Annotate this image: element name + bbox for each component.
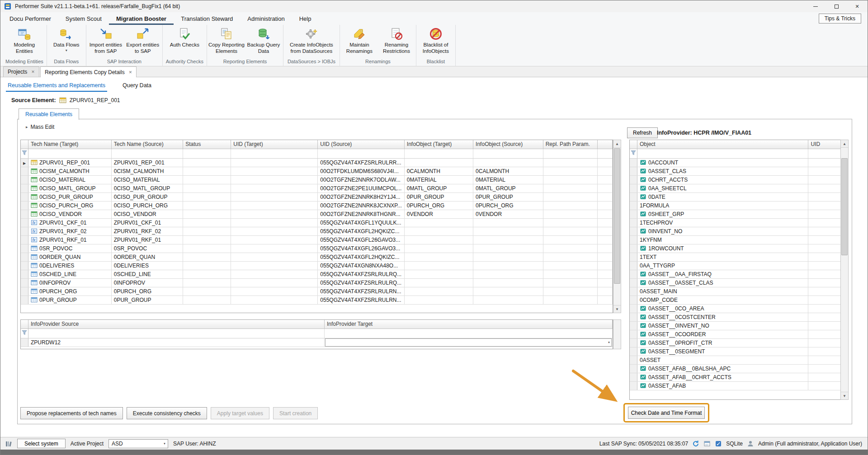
object-row[interactable]: 0COMP_CODE xyxy=(630,296,841,304)
elements-grid-scrollbar[interactable]: ▲ ▼ xyxy=(613,140,621,313)
filter-cell[interactable] xyxy=(111,149,183,158)
propose-replacements-of-tech-names-button[interactable]: Propose replacements of tech names xyxy=(20,407,123,419)
sync-icon[interactable] xyxy=(692,440,699,447)
element-row[interactable]: fxZPURV01_RKF_01ZPURV01_RKF_01055QGZV4AT… xyxy=(21,235,613,244)
column-header-infoobject-source[interactable]: InfoObject (Source) xyxy=(473,140,543,149)
object-row[interactable]: 0ASSET__0PROFIT_CTR xyxy=(630,338,841,347)
scroll-thumb[interactable] xyxy=(614,148,620,284)
object-row[interactable]: 0ASSET__0SEGMENT xyxy=(630,347,841,356)
object-row[interactable]: 0AA_SHEETCL xyxy=(630,184,841,192)
ribbon-button-modeling-entities[interactable]: Modeling Entities xyxy=(6,26,42,59)
object-row[interactable]: 0ASSET__0CO_AREA xyxy=(630,304,841,313)
object-row[interactable]: 0ASSET_AFAB__0CHRT_ACCTS xyxy=(630,373,841,381)
objects-grid-scrollbar[interactable]: ▲ ▼ xyxy=(840,140,849,400)
filter-cell[interactable] xyxy=(231,149,318,158)
infoprovider-target-combo[interactable]: ▼ xyxy=(325,338,612,347)
mass-edit-expander[interactable]: ▸ Mass Edit xyxy=(26,124,54,130)
object-row[interactable]: 0AA_TTYGRP xyxy=(630,261,841,270)
object-row[interactable]: 0ASSET_AFAB__0BALSHA_APC xyxy=(630,364,841,373)
column-header-tech-name-source[interactable]: Tech Name (Source) xyxy=(111,140,183,149)
object-row[interactable]: 1TEXT xyxy=(630,253,841,261)
element-row[interactable]: 0CISO_MATL_GROUP0CISO_MATL_GROUP00O2TGFZ… xyxy=(21,184,613,192)
element-row[interactable]: 0ORDER_QUAN0ORDER_QUAN055QGZV4AT4XGFL2HQ… xyxy=(21,253,613,261)
view-tab-reusable-elements-and-replacements[interactable]: Reusable Elements and Replacements xyxy=(6,80,107,92)
menu-item-help[interactable]: Help xyxy=(292,12,319,25)
filter-cell[interactable] xyxy=(324,328,612,338)
infoprovider-row[interactable]: ZPURDW12 ▼ xyxy=(21,338,613,347)
menu-item-migration-booster[interactable]: Migration Booster xyxy=(109,12,174,25)
menu-item-system-scout[interactable]: System Scout xyxy=(58,12,109,25)
object-row[interactable]: 0ASSET__0ASSET_CLAS xyxy=(630,278,841,287)
element-row[interactable]: 0CISO_MATERIAL0CISO_MATERIAL00O2TGFZNE2N… xyxy=(21,175,613,184)
view-tab-query-data[interactable]: Query Data xyxy=(121,80,153,92)
object-row[interactable]: 0ASSET_MAIN xyxy=(630,287,841,296)
filter-cell[interactable] xyxy=(473,149,543,158)
ribbon-button-backup-query-data[interactable]: Backup Query Data xyxy=(245,26,282,59)
document-tab-projects[interactable]: Projects✕ xyxy=(3,66,39,77)
ribbon-button-data-flows[interactable]: Data Flows▾ xyxy=(48,26,85,59)
scroll-up-icon[interactable]: ▲ xyxy=(841,140,848,148)
ribbon-button-auth-checks[interactable]: Auth Checks xyxy=(166,26,203,59)
element-row[interactable]: 0INFOPROV0INFOPROV055QGZV4AT4XFZSRLRULRQ… xyxy=(21,278,613,287)
object-row[interactable]: 0ASSET__0COORDER xyxy=(630,330,841,338)
element-row[interactable]: 0DELIVERIES0DELIVERIES055QGZV4AT4XGN8NXA… xyxy=(21,261,613,270)
filter-cell[interactable] xyxy=(28,149,112,158)
element-row[interactable]: fxZPURV01_CKF_01ZPURV01_CKF_01055QGZV4AT… xyxy=(21,218,613,227)
object-row[interactable]: 0INVENT_NO xyxy=(630,227,841,235)
ribbon-button-renaming-restrictions[interactable]: Renaming Restrictions xyxy=(378,26,415,59)
filter-cell[interactable] xyxy=(28,328,325,338)
ribbon-button-copy-reporting-elements[interactable]: Copy Reporting Elements xyxy=(208,26,245,59)
scroll-up-icon[interactable]: ▲ xyxy=(613,140,621,148)
refresh-button[interactable]: Refresh xyxy=(627,127,658,138)
document-tab-reporting-elements-copy-details[interactable]: Reporting Elements Copy Details✕ xyxy=(40,66,137,77)
filter-cell[interactable] xyxy=(404,149,473,158)
element-row[interactable]: 0PUR_GROUP0PUR_GROUP055QGZV4AT4XFZSRLRUL… xyxy=(21,296,613,304)
combo-dropdown-icon[interactable]: ▼ xyxy=(608,341,610,344)
object-row[interactable]: 0DATE xyxy=(630,192,841,201)
scroll-down-icon[interactable]: ▼ xyxy=(613,305,621,313)
column-header-object[interactable]: Object xyxy=(637,140,808,149)
database-window-icon[interactable] xyxy=(703,440,711,447)
ribbon-button-create-infoobjects-from-datasources[interactable]: Create InfoObjects from DataSources xyxy=(285,26,338,59)
element-row[interactable]: 0CISO_PUR_GROUP0CISO_PUR_GROUP00O2TGFZNE… xyxy=(21,192,613,201)
element-row[interactable]: 0SR_POVOC0SR_POVOC055QGZV4AT4XGFL26GAVO3… xyxy=(21,244,613,253)
object-row[interactable]: 0ASSET__0COSTCENTER xyxy=(630,313,841,321)
scroll-thumb[interactable] xyxy=(841,158,848,255)
column-header-tech-name-target[interactable]: Tech Name (Target) xyxy=(28,140,112,149)
object-row[interactable]: 0ASSET_AFAB xyxy=(630,381,841,390)
select-system-button[interactable]: Select system xyxy=(17,439,66,448)
element-row[interactable]: 0SCHED_LINE0SCHED_LINE055QGZV4AT4XFZSRLR… xyxy=(21,270,613,278)
object-row[interactable]: 0CHRT_ACCTS xyxy=(630,175,841,184)
active-project-combo[interactable]: ASD ▼ xyxy=(108,439,168,448)
minimize-button[interactable] xyxy=(805,0,826,12)
ribbon-button-export-entities-to-sap[interactable]: Export entities to SAP xyxy=(125,26,161,59)
object-row[interactable]: 1TECHPROV xyxy=(630,218,841,227)
element-row[interactable]: fxZPURV01_RKF_02ZPURV01_RKF_02055QGZV4AT… xyxy=(21,227,613,235)
element-row[interactable]: 0CISO_VENDOR0CISO_VENDOR00O2TGFZNE2NNRK8… xyxy=(21,210,613,218)
menu-item-translation-steward[interactable]: Translation Steward xyxy=(174,12,240,25)
column-header-infoobject-target[interactable]: InfoObject (Target) xyxy=(404,140,473,149)
object-row[interactable]: 1KYFNM xyxy=(630,235,841,244)
ribbon-button-import-entities-from-sap[interactable]: Import entities from SAP xyxy=(88,26,124,59)
close-tab-icon[interactable]: ✕ xyxy=(129,70,132,75)
filter-cell[interactable] xyxy=(808,149,841,158)
object-row[interactable]: 0ASSET__0AA_FIRSTAQ xyxy=(630,270,841,278)
check-date-time-format-button[interactable]: Check Date and Time Format xyxy=(628,407,705,419)
menu-item-administration[interactable]: Administration xyxy=(240,12,292,25)
filter-cell[interactable] xyxy=(543,149,598,158)
column-header-uid[interactable]: UID xyxy=(808,140,841,149)
scroll-down-icon[interactable]: ▼ xyxy=(841,392,848,399)
filter-cell[interactable] xyxy=(637,149,808,158)
menu-item-docu-performer[interactable]: Docu Performer xyxy=(2,12,58,25)
filter-cell[interactable] xyxy=(318,149,405,158)
close-button[interactable]: ✕ xyxy=(847,0,868,12)
element-row[interactable]: 0PURCH_ORG0PURCH_ORG055QGZV4AT4XFZSRLRUL… xyxy=(21,287,613,296)
object-row[interactable]: 0ASSET_CLAS xyxy=(630,167,841,175)
element-row[interactable]: 0CISM_CALMONTH0CISM_CALMONTH00O2TFDKLUMD… xyxy=(21,167,613,175)
object-row[interactable]: 0ASSET xyxy=(630,356,841,364)
column-header-infoprovider-source[interactable]: InfoProvider Source xyxy=(28,320,325,328)
column-header-uid-target[interactable]: UID (Target) xyxy=(231,140,318,149)
object-row[interactable]: 0SHEET_GRP xyxy=(630,210,841,218)
execute-consistency-checks-button[interactable]: Execute consistency checks xyxy=(127,407,207,419)
library-icon[interactable] xyxy=(5,440,12,447)
